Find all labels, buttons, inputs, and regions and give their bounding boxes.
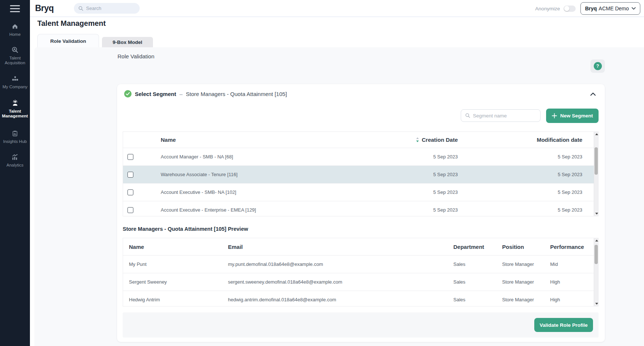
person-name: Hedwig Antrim: [123, 297, 228, 302]
person-department: Sales: [453, 279, 502, 285]
topbar: Bryq Anonymize Bryq ACME Demo: [30, 0, 644, 17]
sidebar: Home Talent Acquisition My Company Talen…: [0, 0, 30, 346]
plus-icon: [552, 113, 557, 119]
segment-row[interactable]: Account Executive - Enterprise - EMEA [1…: [123, 201, 598, 216]
segment-search: [461, 109, 541, 122]
segment-row[interactable]: Warehouse Associate - Tenure [116] 5 Sep…: [123, 165, 598, 183]
person-position: Store Manager: [502, 261, 550, 267]
global-search: [74, 3, 140, 14]
sidebar-item-insights-hub[interactable]: Insights Hub: [0, 129, 30, 144]
segment-row[interactable]: Account Executive - SMB- NA [102] 5 Sep …: [123, 183, 598, 201]
sidebar-item-talent-management[interactable]: Talent Management: [0, 99, 30, 119]
column-header-name: Name: [161, 137, 365, 143]
preview-table: Name Email Department Position Performan…: [123, 238, 599, 306]
question-circle-icon: ?: [594, 62, 602, 70]
person-email: hedwig.antrim.demofinal.018a64e8@example…: [228, 297, 453, 302]
role-validation-panel: Role Validation ? Select Segment – Store…: [34, 47, 644, 346]
anonymize-toggle[interactable]: [563, 6, 576, 12]
scroll-down-icon[interactable]: [595, 213, 598, 215]
segment-checkbox[interactable]: [127, 189, 133, 195]
column-header-label: Creation Date: [422, 137, 458, 143]
brand-logo[interactable]: Bryq: [35, 3, 54, 13]
segment-creation-date: 5 Sep 2023: [365, 154, 458, 160]
segment-name: Account Manager - SMB - NA [68]: [161, 154, 365, 160]
sort-icon: [416, 137, 419, 143]
my-company-icon: [11, 75, 19, 83]
segment-checkbox[interactable]: [127, 172, 133, 178]
segment-checkbox[interactable]: [127, 207, 133, 213]
segment-checkbox[interactable]: [127, 154, 133, 160]
new-segment-label: New Segment: [560, 113, 593, 119]
sidebar-item-my-company[interactable]: My Company: [0, 75, 30, 89]
validate-role-profile-button[interactable]: Validate Role Profile: [534, 318, 593, 332]
column-header-creation-date[interactable]: Creation Date: [365, 137, 458, 143]
person-department: Sales: [453, 297, 502, 302]
card-header: Select Segment – Store Managers - Quota …: [124, 90, 287, 97]
preview-row: My Punt my.punt.demofinal.018a64e8@examp…: [123, 255, 598, 273]
scroll-up-icon[interactable]: [595, 240, 598, 241]
preview-row: Hedwig Antrim hedwig.antrim.demofinal.01…: [123, 291, 598, 306]
sidebar-item-analytics[interactable]: Analytics: [0, 153, 30, 168]
column-header-email: Email: [228, 244, 453, 250]
help-button[interactable]: ?: [590, 59, 605, 73]
scrollbar-thumb[interactable]: [594, 245, 598, 264]
person-performance: Mid: [550, 261, 594, 267]
segment-modification-date: 5 Sep 2023: [458, 207, 582, 213]
sidebar-item-label: Insights Hub: [1, 139, 29, 144]
preview-table-header: Name Email Department Position Performan…: [123, 238, 598, 255]
chevron-up-icon: [590, 92, 596, 96]
scrollbar-thumb[interactable]: [594, 147, 598, 175]
segment-creation-date: 5 Sep 2023: [365, 172, 458, 177]
sidebar-item-label: Talent Management: [1, 109, 29, 119]
talent-acquisition-icon: [11, 46, 19, 54]
account-brand: Bryq: [585, 6, 597, 11]
segments-table-header: Name Creation Date Modification date: [123, 132, 598, 148]
sidebar-item-home[interactable]: Home: [0, 22, 30, 37]
tab-9-box-model[interactable]: 9-Box Model: [102, 37, 153, 48]
tab-role-validation[interactable]: Role Validation: [37, 34, 99, 48]
sidebar-item-label: My Company: [1, 85, 29, 89]
search-input[interactable]: [86, 6, 134, 11]
selected-segment-name: Store Managers - Quota Attainment [105]: [186, 91, 287, 97]
account-name: ACME Demo: [599, 6, 629, 11]
preview-title: Store Managers - Quota Attainment [105] …: [123, 226, 248, 232]
analytics-icon: [11, 153, 19, 161]
new-segment-button[interactable]: New Segment: [546, 109, 599, 123]
tab-label: Role Validation: [50, 38, 86, 44]
sidebar-item-label: Home: [1, 32, 29, 37]
person-email: my.punt.demofinal.018a64e8@example.com: [228, 261, 453, 267]
person-performance: High: [550, 297, 594, 302]
preview-row: Sergent Sweeney sergent.sweeney.demofina…: [123, 273, 598, 291]
person-name: My Punt: [123, 261, 228, 267]
sidebar-item-label: Analytics: [1, 163, 29, 168]
hamburger-menu-icon[interactable]: [10, 5, 20, 12]
insights-hub-icon: [11, 129, 18, 137]
tab-label: 9-Box Model: [113, 40, 142, 45]
scroll-up-icon[interactable]: [595, 133, 598, 135]
segments-table-scrollbar[interactable]: [594, 132, 598, 216]
collapse-section-button[interactable]: [589, 90, 597, 98]
segment-modification-date: 5 Sep 2023: [458, 189, 582, 195]
segment-search-input[interactable]: [473, 113, 534, 119]
step-title: Select Segment: [135, 91, 176, 97]
section-label: Role Validation: [117, 53, 154, 59]
segment-modification-date: 5 Sep 2023: [458, 172, 582, 177]
person-position: Store Manager: [502, 297, 550, 302]
select-segment-card: Select Segment – Store Managers - Quota …: [117, 84, 605, 342]
segment-name: Warehouse Associate - Tenure [116]: [161, 172, 365, 177]
preview-table-scrollbar[interactable]: [594, 238, 598, 306]
check-circle-icon: [124, 90, 132, 97]
scroll-down-icon[interactable]: [595, 303, 598, 305]
step-separator: –: [180, 91, 183, 97]
column-header-department: Department: [453, 244, 502, 250]
segment-creation-date: 5 Sep 2023: [365, 189, 458, 195]
toggle-knob: [564, 6, 569, 11]
segment-creation-date: 5 Sep 2023: [365, 207, 458, 213]
account-switcher-button[interactable]: Bryq ACME Demo: [580, 2, 640, 15]
sidebar-item-talent-acquisition[interactable]: Talent Acquisition: [0, 46, 30, 65]
search-icon: [465, 113, 470, 118]
page-title: Talent Management: [37, 19, 106, 28]
person-department: Sales: [453, 261, 502, 267]
person-performance: High: [550, 279, 594, 285]
segment-row[interactable]: Account Manager - SMB - NA [68] 5 Sep 20…: [123, 148, 598, 165]
